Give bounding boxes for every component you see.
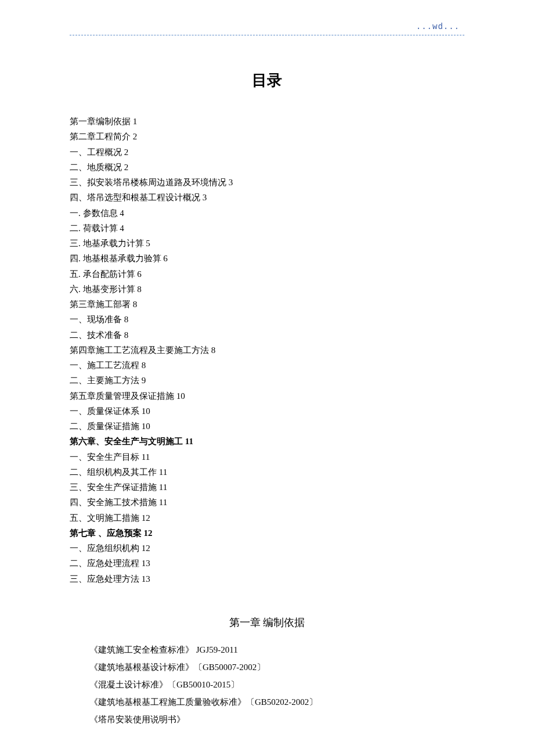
toc-entry: 四、安全施工技术措施 11	[70, 495, 464, 510]
reference-line: 《建筑地基根基工程施工质量验收标准》〔GB50202-2002〕	[89, 693, 464, 711]
chapter-1-body: 《建筑施工安全检查标准》 JGJ59-2011《建筑地基根基设计标准》〔GB50…	[70, 641, 464, 728]
toc-entry: 五. 承台配筋计算 6	[70, 267, 464, 282]
toc-entry: 二、应急处理流程 13	[70, 556, 464, 571]
toc-title: 目录	[70, 70, 464, 91]
toc-entry: 第三章施工部署 8	[70, 297, 464, 312]
toc-entry: 三、拟安装塔吊楼栋周边道路及环境情况 3	[70, 175, 464, 190]
toc-entry: 四. 地基根基承载力验算 6	[70, 251, 464, 266]
reference-line: 《混凝土设计标准》〔GB50010-2015〕	[89, 676, 464, 693]
toc-entry: 一、施工工艺流程 8	[70, 358, 464, 373]
page-header-rule: ...wd...	[70, 23, 464, 35]
toc-entry: 二、主要施工方法 9	[70, 373, 464, 388]
toc-entry: 第四章施工工艺流程及主要施工方法 8	[70, 343, 464, 358]
toc-entry: 六. 地基变形计算 8	[70, 282, 464, 297]
header-watermark: ...wd...	[416, 22, 460, 31]
toc-entry: 第六章、安全生产与文明施工 11	[70, 434, 464, 449]
toc-entry: 二、地质概况 2	[70, 160, 464, 175]
toc-entry: 三、应急处理方法 13	[70, 571, 464, 586]
toc-entry: 第二章工程简介 2	[70, 129, 464, 144]
toc-entry: 第七章 、应急预案 12	[70, 525, 464, 541]
toc-entry: 一、应急组织机构 12	[70, 541, 464, 556]
toc-entry: 一. 参数信息 4	[70, 206, 464, 221]
toc-entry: 一、工程概况 2	[70, 145, 464, 160]
toc-entry: 一、现场准备 8	[70, 312, 464, 327]
toc-entry: 三、安全生产保证措施 11	[70, 480, 464, 495]
toc-entry: 二、质量保证措施 10	[70, 419, 464, 434]
toc-entry: 一、质量保证体系 10	[70, 404, 464, 419]
toc-entry: 四、塔吊选型和根基工程设计概况 3	[70, 190, 464, 205]
reference-line: 《建筑地基根基设计标准》〔GB50007-2002〕	[89, 658, 464, 676]
toc-entry: 三. 地基承载力计算 5	[70, 236, 464, 251]
reference-line: 《建筑施工安全检查标准》 JGJ59-2011	[89, 641, 464, 658]
toc-entry: 一、安全生产目标 11	[70, 449, 464, 465]
toc-entry: 五、文明施工措施 12	[70, 510, 464, 525]
toc-entry: 二、技术准备 8	[70, 327, 464, 343]
reference-line: 《塔吊安装使用说明书》	[89, 711, 464, 728]
chapter-1-heading: 第一章 编制依据	[70, 615, 464, 629]
toc-entry: 二. 荷载计算 4	[70, 221, 464, 236]
toc-entry: 第五章质量管理及保证措施 10	[70, 388, 464, 404]
document-page: ...wd... 目录 第一章编制依据 1第二章工程简介 2一、工程概况 2二、…	[0, 0, 534, 756]
table-of-contents: 第一章编制依据 1第二章工程简介 2一、工程概况 2二、地质概况 2三、拟安装塔…	[70, 114, 464, 586]
toc-entry: 第一章编制依据 1	[70, 114, 464, 129]
toc-entry: 二、组织机构及其工作 11	[70, 465, 464, 480]
